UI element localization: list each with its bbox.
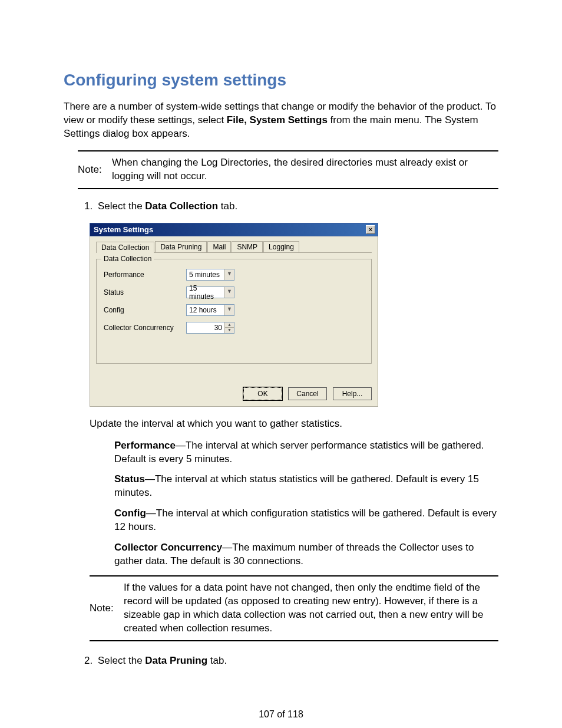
def-status: Status—The interval at which status stat…: [114, 473, 498, 500]
def-performance: Performance—The interval at which server…: [114, 439, 498, 466]
def-cc-term: Collector Concurrency: [114, 542, 222, 553]
page-heading: Configuring system settings: [64, 71, 498, 90]
step-1-a: Select the: [98, 200, 145, 212]
step-2-bold: Data Pruning: [145, 655, 207, 666]
dialog-titlebar: System Settings ×: [90, 223, 378, 236]
status-dropdown[interactable]: 15 minutes ▼: [186, 286, 234, 298]
tab-logging[interactable]: Logging: [263, 241, 299, 252]
close-button[interactable]: ×: [366, 225, 375, 234]
config-value: 12 hours: [187, 306, 224, 314]
config-label: Config: [104, 306, 186, 314]
chevron-down-icon: ▼: [224, 269, 234, 280]
update-text: Update the interval at which you want to…: [90, 417, 498, 431]
ok-button[interactable]: OK: [243, 387, 282, 400]
note-label-2: Note:: [90, 581, 124, 635]
note-label: Note:: [78, 156, 112, 183]
note-block-1: Note: When changing the Log Directories,…: [78, 150, 498, 189]
def-status-term: Status: [114, 473, 145, 485]
spinner-up-icon[interactable]: ▲: [225, 322, 234, 328]
step-2-b: tab.: [207, 655, 227, 666]
status-value: 15 minutes: [187, 284, 224, 301]
tab-strip: Data Collection Data Pruning Mail SNMP L…: [96, 241, 372, 253]
note-body-2: If the values for a data point have not …: [124, 581, 498, 635]
tab-snmp[interactable]: SNMP: [232, 241, 263, 252]
def-status-desc: —The interval at which status statistics…: [114, 473, 479, 498]
chevron-down-icon: ▼: [224, 305, 234, 315]
chevron-down-icon: ▼: [224, 287, 234, 298]
def-config-term: Config: [114, 508, 146, 519]
data-collection-group: Data Collection Performance 5 minutes ▼ …: [96, 259, 372, 364]
step-1: Select the Data Collection tab.: [95, 200, 498, 213]
tab-mail[interactable]: Mail: [207, 241, 231, 252]
def-config-desc: —The interval at which configuration sta…: [114, 508, 497, 532]
concurrency-value: 30: [187, 322, 224, 333]
def-collector-concurrency: Collector Concurrency—The maximum number…: [114, 541, 498, 568]
config-dropdown[interactable]: 12 hours ▼: [186, 304, 234, 316]
def-config: Config—The interval at which configurati…: [114, 507, 498, 534]
performance-label: Performance: [104, 271, 186, 279]
note-block-2: Note: If the values for a data point hav…: [90, 575, 498, 641]
group-legend: Data Collection: [101, 255, 154, 263]
tab-data-collection[interactable]: Data Collection: [96, 242, 154, 253]
concurrency-label: Collector Concurrency: [104, 324, 186, 332]
intro-bold: File, System Settings: [227, 114, 328, 126]
help-button[interactable]: Help...: [333, 387, 372, 400]
step-2: Select the Data Pruning tab.: [95, 654, 498, 668]
step-1-bold: Data Collection: [145, 200, 218, 212]
status-label: Status: [104, 288, 186, 297]
page-number: 107 of 118: [64, 709, 498, 720]
intro-paragraph: There are a number of system-wide settin…: [64, 100, 498, 141]
system-settings-dialog: System Settings × Data Collection Data P…: [90, 223, 378, 407]
tab-data-pruning[interactable]: Data Pruning: [155, 241, 207, 252]
cancel-button[interactable]: Cancel: [288, 387, 327, 400]
dialog-title: System Settings: [94, 225, 153, 234]
concurrency-spinner[interactable]: 30 ▲ ▼: [186, 322, 234, 334]
step-1-b: tab.: [218, 200, 237, 212]
note-body: When changing the Log Directories, the d…: [112, 156, 498, 183]
spinner-down-icon[interactable]: ▼: [225, 328, 234, 333]
performance-dropdown[interactable]: 5 minutes ▼: [186, 269, 234, 281]
step-2-a: Select the: [98, 655, 145, 666]
performance-value: 5 minutes: [187, 271, 224, 279]
def-performance-term: Performance: [114, 440, 176, 451]
